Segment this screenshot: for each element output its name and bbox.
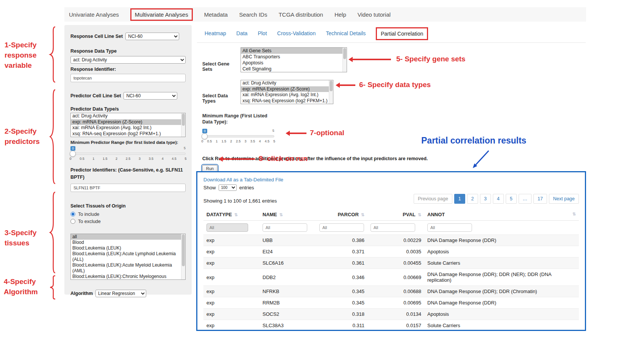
nav-item-tcga-distribution[interactable]: TCGA distribution bbox=[278, 11, 323, 18]
page-button-17[interactable]: 17 bbox=[533, 194, 547, 204]
tab-data[interactable]: Data bbox=[236, 30, 248, 36]
scrollbar[interactable] bbox=[181, 234, 185, 279]
page-button-4[interactable]: 4 bbox=[493, 194, 504, 204]
data-types-listbox: act: Drug Activity exp: mRNA Expression … bbox=[241, 80, 333, 104]
bracket-step3 bbox=[49, 190, 56, 275]
page-button-5[interactable]: 5 bbox=[506, 194, 517, 204]
download-tab-delimited-link[interactable]: Download All as a Tab-Delimited File bbox=[203, 177, 283, 183]
listbox-option[interactable]: exp: mRNA Expression (Z-Score) bbox=[71, 119, 185, 125]
table-row: expDDB20.3460.00669DNA Damage Response (… bbox=[203, 269, 579, 286]
gene-sets-label: Select Gene Sets bbox=[202, 61, 241, 72]
listbox-option[interactable]: Blood:Leukemia (LEUK):Acute Myeloid Leuk… bbox=[71, 262, 185, 274]
listbox-option[interactable]: Blood:Leukemia (LEUK):Acute Lymphoid Leu… bbox=[71, 251, 185, 262]
nav-item-help[interactable]: Help bbox=[335, 11, 346, 18]
analysis-form-panel: Response Cell Line Set NCI-60 Response D… bbox=[64, 25, 192, 295]
column-header-datatype[interactable]: DATATYPE⇅ bbox=[203, 208, 259, 221]
column-header-annot[interactable]: ANNOT⇅ bbox=[424, 208, 579, 221]
arrow-to-gene-sets bbox=[349, 57, 391, 62]
annotation-step7: 7-optional bbox=[310, 128, 344, 138]
response-identifier-input[interactable] bbox=[70, 74, 186, 82]
column-header-parcor[interactable]: PARCOR⇅ bbox=[316, 208, 367, 221]
predictor-identifiers-input[interactable] bbox=[70, 184, 186, 192]
page-button-1[interactable]: 1 bbox=[454, 194, 465, 204]
nav-item-multivariate-analyses[interactable]: Multivariate Analyses bbox=[130, 8, 193, 21]
tab-cross-validation[interactable]: Cross-Validation bbox=[277, 30, 316, 36]
tab-partial-correlation[interactable]: Partial Correlation bbox=[376, 27, 428, 40]
slider-ticks: 00.511.522.533.544.55 bbox=[202, 139, 274, 144]
slider-max-label: 5 bbox=[184, 146, 186, 150]
results-tabs: Heatmap Data Plot Cross-Validation Techn… bbox=[197, 27, 586, 43]
listbox-option[interactable]: Blood:Leukemia (LEUK):Chronic Myelogenou… bbox=[71, 274, 185, 280]
column-header-name[interactable]: NAME⇅ bbox=[259, 208, 316, 221]
scrollbar[interactable] bbox=[329, 80, 333, 104]
bracket-step4 bbox=[49, 275, 56, 300]
column-header-pval[interactable]: PVAL⇅ bbox=[367, 208, 424, 221]
slider-track[interactable] bbox=[70, 153, 186, 155]
predictor-data-types-label: Predictor Data Type/s bbox=[70, 106, 186, 112]
tab-heatmap[interactable]: Heatmap bbox=[205, 30, 226, 36]
listbox-option[interactable]: exp: mRNA Expression (Z-Score) bbox=[241, 86, 333, 92]
listbox-option[interactable]: ABC Transporters bbox=[241, 54, 347, 60]
table-row: expSLC38A30.3110.0157Solute Carriers bbox=[203, 320, 579, 331]
min-range-slider: 0 5 00.511.522.533.544.55 bbox=[202, 129, 274, 145]
slider-handle[interactable] bbox=[202, 133, 208, 139]
listbox-option[interactable]: Apoptosis bbox=[241, 60, 347, 66]
sort-icon[interactable]: ⇅ bbox=[361, 212, 364, 217]
listbox-option[interactable]: Blood bbox=[71, 240, 185, 245]
sort-icon[interactable]: ⇅ bbox=[418, 212, 421, 217]
table-row: expEI240.3710.0035Apoptosis bbox=[203, 246, 579, 257]
page-button-2[interactable]: 2 bbox=[467, 194, 478, 204]
nav-item-video-tutorial[interactable]: Video tutorial bbox=[358, 11, 391, 18]
tissue-include-label: To include bbox=[78, 212, 99, 217]
next-page-button[interactable]: Next page bbox=[549, 194, 579, 204]
sort-icon[interactable]: ⇅ bbox=[234, 212, 238, 217]
listbox-option[interactable]: xsq: RNA-seq Expression (log2 FPKM+1.) bbox=[241, 98, 333, 104]
listbox-option[interactable]: act: Drug Activity bbox=[71, 113, 185, 119]
predictor-cell-line-set-select[interactable]: NCI-60 bbox=[123, 92, 177, 100]
listbox-option[interactable]: all bbox=[71, 234, 185, 240]
tissue-include-radio[interactable] bbox=[70, 212, 75, 217]
showing-entries-text: Showing 1 to 100 of 1,661 entries bbox=[203, 198, 277, 204]
algorithm-select[interactable]: Linear Regression bbox=[95, 290, 146, 297]
slider-ticks: 00.511.522.533.544.55 bbox=[70, 157, 186, 161]
annotation-step1: 1-Specify response variable bbox=[5, 40, 47, 71]
nav-item-search-ids[interactable]: Search IDs bbox=[239, 11, 267, 18]
listbox-option[interactable]: xsq: RNA-seq Expression (log2 FPKM+1.) bbox=[71, 131, 185, 137]
filter-pval-input[interactable] bbox=[370, 223, 415, 232]
listbox-option[interactable]: All Gene Sets bbox=[241, 48, 347, 54]
listbox-option[interactable]: act: Drug Activity bbox=[241, 80, 333, 86]
entries-per-page-select[interactable]: 100 bbox=[219, 184, 237, 191]
listbox-option[interactable]: Blood:Leukemia (LEUK) bbox=[71, 245, 185, 251]
filter-name-input[interactable] bbox=[263, 223, 307, 232]
table-row: expSLC6A160.3610.00455Solute Carriers bbox=[203, 257, 579, 269]
page-button-3[interactable]: 3 bbox=[480, 194, 491, 204]
listbox-option[interactable]: Cell Signaling bbox=[241, 66, 347, 72]
nav-item-metadata[interactable]: Metadata bbox=[204, 11, 228, 18]
slider-track[interactable] bbox=[202, 135, 274, 137]
listbox-option[interactable]: xai: mRNA Expression (Avg. log2 Int.) bbox=[241, 92, 333, 98]
tissue-exclude-radio[interactable] bbox=[70, 219, 75, 224]
scrollbar[interactable] bbox=[181, 113, 185, 137]
filter-parcor-input[interactable] bbox=[319, 223, 364, 232]
top-nav: Univariate Analyses Multivariate Analyse… bbox=[64, 7, 586, 22]
sort-icon[interactable]: ⇅ bbox=[572, 212, 576, 217]
annotation-step6: 6- Specify data types bbox=[359, 80, 431, 90]
listbox-option[interactable]: xai: mRNA Expression (Avg. log2 Int.) bbox=[71, 125, 185, 131]
annotation-step2: 2-Specify predictors bbox=[5, 126, 47, 147]
scrollbar[interactable] bbox=[342, 48, 347, 72]
table-row: expRRM2B0.3450.00695DNA Damage Response … bbox=[203, 297, 579, 309]
response-data-type-select[interactable]: act: Drug Activity bbox=[70, 56, 186, 64]
previous-page-button[interactable]: Previous page bbox=[414, 194, 452, 204]
filter-annot-input[interactable] bbox=[427, 223, 472, 232]
slider-handle[interactable] bbox=[70, 151, 76, 157]
slider-value-badge: 0 bbox=[70, 146, 75, 151]
sort-icon[interactable]: ⇅ bbox=[279, 212, 283, 217]
nav-item-univariate-analyses[interactable]: Univariate Analyses bbox=[69, 11, 119, 18]
filter-datatype-input[interactable] bbox=[206, 223, 248, 232]
slider-value-badge: 0 bbox=[202, 129, 207, 133]
tab-technical-details[interactable]: Technical Details bbox=[326, 30, 366, 36]
annotation-results-title: Partial correlation results bbox=[421, 136, 526, 146]
response-cell-line-set-select[interactable]: NCI-60 bbox=[125, 33, 179, 40]
page-ellipsis: … bbox=[519, 194, 532, 204]
tab-plot[interactable]: Plot bbox=[258, 30, 267, 36]
